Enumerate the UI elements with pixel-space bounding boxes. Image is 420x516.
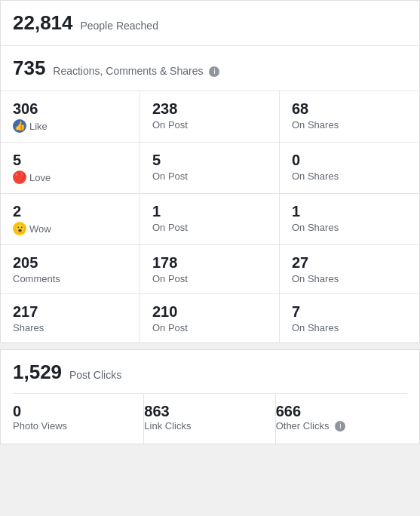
stat-col2-label-4: On Post [152,322,267,333]
people-reached-number: 22,814 [13,11,73,34]
stat-number-2: 2 [13,203,127,220]
stat-col2-label-1: On Post [152,170,267,182]
stat-col3-label-1: On Shares [292,170,407,182]
stat-col3-number-4: 7 [292,303,407,321]
people-reached-row: 22,814 People Reached [1,1,419,46]
stat-col3-label-4: On Shares [292,322,407,333]
stat-col3-number-3: 27 [292,254,407,272]
stat-number-3: 205 [13,254,127,272]
stat-col3-label-2: On Shares [292,222,407,233]
like-icon: 👍 [13,119,26,133]
stat-row-1-col1: 5 ❤️Love [1,143,140,194]
stat-col2-number-1: 5 [152,152,267,169]
stat-label-0: 👍Like [13,119,127,133]
post-clicks-section: 1,529 Post Clicks 0 Photo Views 863 Link… [0,349,420,444]
stat-row-3-col3: 27 On Shares [280,245,419,294]
click-cell-0: 0 Photo Views [13,394,144,444]
stat-col2-number-4: 210 [152,303,267,321]
stat-row-2-col1: 2 😮Wow [1,194,140,245]
click-number-2: 666 [276,403,395,420]
stat-row-1-col2: 5 On Post [140,143,280,194]
stats-grid: 306 👍Like 238 On Post 68 On Shares 5 ❤️L… [1,91,419,342]
stat-row-4-col1: 217 Shares [1,294,140,342]
stat-row-2-col2: 1 On Post [140,194,280,245]
stat-col2-label-2: On Post [152,222,267,233]
click-label-0: Photo Views [13,420,131,432]
stat-label-1: ❤️Love [13,170,127,184]
stat-col2-number-3: 178 [152,254,267,272]
click-label-1: Link Clicks [144,420,262,432]
people-reached-label: People Reached [80,20,158,32]
stat-col2-number-0: 238 [152,100,267,118]
stat-row-0-col1: 306 👍Like [1,91,140,143]
stat-label-2: 😮Wow [13,222,127,235]
stat-col3-number-0: 68 [292,100,407,118]
stat-row-1-col3: 0 On Shares [280,143,419,194]
reactions-summary-row: 735 Reactions, Comments & Shares i [1,46,419,91]
stat-number-4: 217 [13,303,127,321]
stat-number-0: 306 [13,100,127,118]
click-number-0: 0 [13,403,131,420]
stat-col2-number-2: 1 [152,203,267,220]
wow-icon: 😮 [13,222,26,235]
love-icon: ❤️ [13,170,26,184]
other-clicks-info-icon[interactable]: i [335,421,345,432]
stat-row-4-col2: 210 On Post [140,294,280,342]
click-cell-2: 666 Other Clicksi [276,394,407,444]
reactions-label: Reactions, Comments & Shares [53,65,203,77]
stat-col2-label-0: On Post [152,119,267,131]
post-clicks-number: 1,529 [13,361,62,383]
stat-label-4: Shares [13,322,127,333]
stat-col3-label-3: On Shares [292,273,407,284]
stat-row-2-col3: 1 On Shares [280,194,419,245]
stat-col3-label-0: On Shares [292,119,407,131]
clicks-grid: 0 Photo Views 863 Link Clicks 666 Other … [13,394,407,444]
stat-label-3: Comments [13,273,127,284]
post-clicks-label: Post Clicks [69,369,121,381]
reactions-info-icon[interactable]: i [209,66,219,77]
click-label-2: Other Clicksi [276,420,395,432]
click-number-1: 863 [144,403,262,420]
post-clicks-header: 1,529 Post Clicks [13,361,407,394]
stat-row-3-col1: 205 Comments [1,245,140,294]
stat-row-4-col3: 7 On Shares [280,294,419,342]
click-cell-1: 863 Link Clicks [144,394,275,444]
stat-col3-number-2: 1 [292,203,407,220]
reactions-number: 735 [13,57,45,79]
stat-col3-number-1: 0 [292,152,407,169]
stat-row-0-col3: 68 On Shares [280,91,419,143]
stat-col2-label-3: On Post [152,273,267,284]
stat-number-1: 5 [13,152,127,169]
stat-row-3-col2: 178 On Post [140,245,280,294]
stat-row-0-col2: 238 On Post [140,91,280,143]
reach-card: 22,814 People Reached 735 Reactions, Com… [0,0,420,343]
